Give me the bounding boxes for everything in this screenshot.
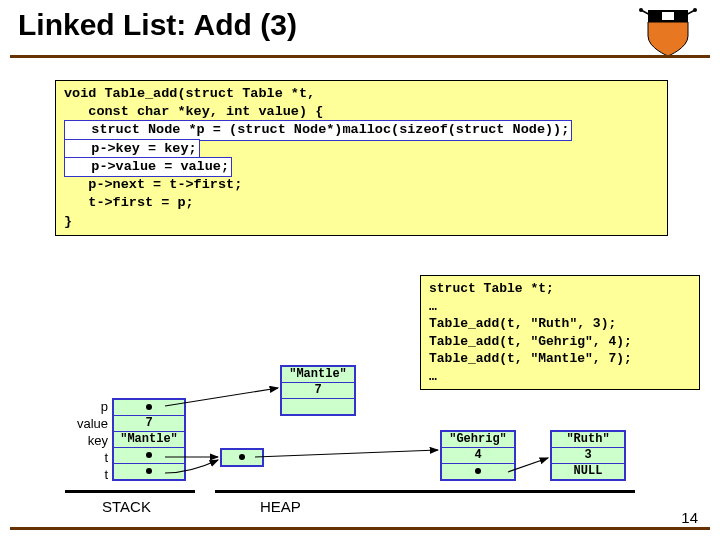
stack-caption: STACK <box>102 498 151 515</box>
code-line: t->first = p; <box>64 195 194 210</box>
svg-line-7 <box>255 450 438 457</box>
heap-cell: "Gehrig" <box>442 432 514 448</box>
code-line: Table_add(t, "Mantle", 7); <box>429 351 632 366</box>
slide: Linked List: Add (3) void Table_add(stru… <box>0 0 720 540</box>
code-line: struct Table *t; <box>429 281 554 296</box>
heap-cell: 3 <box>552 448 624 464</box>
heap-node-ruth: "Ruth" 3 NULL <box>550 430 626 481</box>
princeton-shield-icon <box>638 6 698 61</box>
code-line: void Table_add(struct Table *t, <box>64 86 315 101</box>
code-main: void Table_add(struct Table *t, const ch… <box>55 80 668 236</box>
heap-caption: HEAP <box>260 498 301 515</box>
svg-rect-0 <box>662 12 674 20</box>
code-highlight: struct Node *p = (struct Node*)malloc(si… <box>64 120 572 140</box>
code-line: const char *key, int value) { <box>64 104 323 119</box>
pointer-dot-icon <box>146 404 152 410</box>
pointer-dot-icon <box>475 468 481 474</box>
page-number: 14 <box>681 509 698 526</box>
heap-node-gehrig: "Gehrig" 4 <box>440 430 516 481</box>
pointer-dot-icon <box>239 454 245 460</box>
heap-table <box>220 448 264 467</box>
stack-label: key <box>60 432 108 449</box>
heap-cell: "Ruth" <box>552 432 624 448</box>
stack-cell <box>114 448 184 464</box>
stack-underline <box>65 490 195 493</box>
stack-label: p <box>60 398 108 415</box>
code-line: … <box>429 299 437 314</box>
heap-cell <box>442 464 514 479</box>
code-line: p->next = t->first; <box>64 177 242 192</box>
stack-frame: 7 "Mantle" <box>112 398 186 481</box>
stack-cell: "Mantle" <box>114 432 184 448</box>
divider-top <box>10 55 710 58</box>
code-highlight: p->key = key; <box>64 139 200 159</box>
heap-cell <box>282 399 354 414</box>
svg-point-3 <box>639 8 643 12</box>
code-line: } <box>64 214 72 229</box>
stack-cell: 7 <box>114 416 184 432</box>
heap-cell: 7 <box>282 383 354 399</box>
stack-label: t <box>60 449 108 466</box>
code-highlight: p->value = value; <box>64 157 232 177</box>
divider-bottom <box>10 527 710 530</box>
code-side: struct Table *t; … Table_add(t, "Ruth", … <box>420 275 700 390</box>
stack-cell <box>114 400 184 416</box>
heap-cell: "Mantle" <box>282 367 354 383</box>
heap-node-mantle: "Mantle" 7 <box>280 365 356 416</box>
pointer-dot-icon <box>146 468 152 474</box>
svg-point-4 <box>693 8 697 12</box>
code-line: Table_add(t, "Gehrig", 4); <box>429 334 632 349</box>
stack-label: t <box>60 466 108 483</box>
stack-label: value <box>60 415 108 432</box>
heap-underline <box>215 490 635 493</box>
heap-cell: NULL <box>552 464 624 479</box>
heap-cell: 4 <box>442 448 514 464</box>
page-title: Linked List: Add (3) <box>18 8 297 42</box>
diagram: p value key t t 7 "Mantle" "Mantle" 7 "G… <box>60 380 660 520</box>
stack-labels: p value key t t <box>60 398 108 483</box>
heap-cell <box>222 450 262 465</box>
stack-cell <box>114 464 184 479</box>
pointer-dot-icon <box>146 452 152 458</box>
code-line: Table_add(t, "Ruth", 3); <box>429 316 616 331</box>
